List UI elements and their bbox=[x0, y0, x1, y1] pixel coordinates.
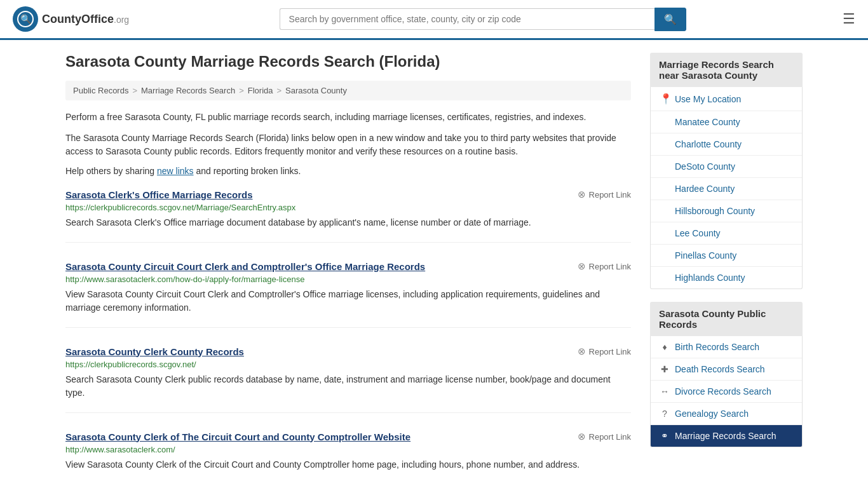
result-description: Search Sarasota Clerk's Office marriage … bbox=[65, 216, 631, 229]
breadcrumb-current: Sarasota County bbox=[285, 86, 347, 95]
page-title: Sarasota County Marriage Records Search … bbox=[65, 53, 631, 71]
help-text: Help others by sharing new links and rep… bbox=[65, 166, 631, 176]
sidebar: Marriage Records Search near Sarasota Co… bbox=[650, 53, 803, 488]
result-description: View Sarasota County Clerk of the Circui… bbox=[65, 458, 631, 471]
result-description: Search Sarasota County Clerk public reco… bbox=[65, 373, 631, 400]
nearby-section: Marriage Records Search near Sarasota Co… bbox=[650, 53, 803, 289]
search-input[interactable] bbox=[280, 8, 654, 30]
result-title[interactable]: Sarasota County Circuit Court Clerk and … bbox=[65, 261, 425, 272]
report-icon: ⊗ bbox=[578, 346, 586, 357]
genealogy-item[interactable]: ? Genealogy Search bbox=[651, 403, 802, 425]
results-list: Sarasota Clerk's Office Marriage Records… bbox=[65, 189, 631, 484]
birth-records-link[interactable]: Birth Records Search bbox=[675, 342, 759, 352]
result-title[interactable]: Sarasota County Clerk of The Circuit Cou… bbox=[65, 431, 410, 442]
site-header: 🔍 CountyOffice.org 🔍 ☰ bbox=[0, 0, 868, 40]
marriage-icon: ⚭ bbox=[660, 431, 670, 441]
report-icon: ⊗ bbox=[578, 261, 586, 272]
main-content: Sarasota County Marriage Records Search … bbox=[65, 53, 631, 488]
sidebar-item-highlands[interactable]: Highlands County bbox=[651, 267, 802, 288]
pinellas-county-link[interactable]: Pinellas County bbox=[675, 250, 736, 261]
menu-button[interactable]: ☰ bbox=[843, 11, 855, 27]
result-title[interactable]: Sarasota County Clerk County Records bbox=[65, 346, 244, 357]
sidebar-item-pinellas[interactable]: Pinellas County bbox=[651, 245, 802, 267]
death-records-item[interactable]: ✚ Death Records Search bbox=[651, 358, 802, 381]
description-2: The Sarasota County Marriage Records Sea… bbox=[65, 132, 631, 158]
genealogy-link[interactable]: Genealogy Search bbox=[675, 409, 749, 419]
highlands-county-link[interactable]: Highlands County bbox=[675, 273, 745, 283]
manatee-county-link[interactable]: Manatee County bbox=[675, 117, 740, 127]
sidebar-item-desoto[interactable]: DeSoto County bbox=[651, 156, 802, 178]
lee-county-link[interactable]: Lee County bbox=[675, 228, 721, 238]
result-title[interactable]: Sarasota Clerk's Office Marriage Records bbox=[65, 189, 253, 200]
hardee-county-link[interactable]: Hardee County bbox=[675, 184, 735, 194]
new-links[interactable]: new links bbox=[157, 166, 194, 176]
use-my-location-link[interactable]: Use My Location bbox=[675, 94, 741, 104]
public-records-section: Sarasota County Public Records ♦ Birth R… bbox=[650, 302, 803, 447]
death-icon: ✚ bbox=[660, 364, 670, 374]
logo-area: 🔍 CountyOffice.org bbox=[13, 6, 129, 32]
public-records-list: ♦ Birth Records Search ✚ Death Records S… bbox=[650, 336, 803, 447]
breadcrumb-florida[interactable]: Florida bbox=[248, 86, 273, 95]
death-records-link[interactable]: Death Records Search bbox=[675, 364, 765, 374]
nearby-list: 📍 Use My Location Manatee County Charlot… bbox=[650, 87, 803, 289]
nearby-heading: Marriage Records Search near Sarasota Co… bbox=[650, 53, 803, 87]
public-records-heading: Sarasota County Public Records bbox=[650, 302, 803, 336]
location-icon: 📍 bbox=[660, 93, 670, 105]
marriage-records-item[interactable]: ⚭ Marriage Records Search bbox=[651, 425, 802, 447]
breadcrumb: Public Records > Marriage Records Search… bbox=[65, 81, 631, 100]
divorce-records-link[interactable]: Divorce Records Search bbox=[675, 386, 771, 396]
report-icon: ⊗ bbox=[578, 189, 586, 200]
birth-records-item[interactable]: ♦ Birth Records Search bbox=[651, 336, 802, 358]
report-link[interactable]: ⊗ Report Link bbox=[578, 346, 631, 357]
result-item: Sarasota Clerk's Office Marriage Records… bbox=[65, 189, 631, 243]
sidebar-item-manatee[interactable]: Manatee County bbox=[651, 111, 802, 133]
report-link[interactable]: ⊗ Report Link bbox=[578, 261, 631, 272]
result-url: http://www.sarasotaclerk.com/ bbox=[65, 445, 631, 454]
hillsborough-county-link[interactable]: Hillsborough County bbox=[675, 206, 755, 216]
sidebar-item-charlotte[interactable]: Charlotte County bbox=[651, 133, 802, 156]
use-my-location-item[interactable]: 📍 Use My Location bbox=[651, 87, 802, 111]
report-link[interactable]: ⊗ Report Link bbox=[578, 431, 631, 442]
result-description: View Sarasota County Circuit Court Clerk… bbox=[65, 288, 631, 315]
breadcrumb-marriage-records[interactable]: Marriage Records Search bbox=[141, 86, 235, 95]
page-container: Sarasota County Marriage Records Search … bbox=[53, 40, 815, 488]
search-area: 🔍 bbox=[280, 8, 686, 31]
result-item: Sarasota County Clerk County Records ⊗ R… bbox=[65, 346, 631, 413]
sidebar-item-lee[interactable]: Lee County bbox=[651, 222, 802, 245]
result-url: http://www.sarasotaclerk.com/how-do-i/ap… bbox=[65, 274, 631, 284]
genealogy-icon: ? bbox=[660, 409, 670, 419]
svg-text:🔍: 🔍 bbox=[20, 14, 32, 25]
sidebar-item-hardee[interactable]: Hardee County bbox=[651, 178, 802, 200]
divorce-records-item[interactable]: ↔ Divorce Records Search bbox=[651, 381, 802, 403]
sidebar-item-hillsborough[interactable]: Hillsborough County bbox=[651, 200, 802, 222]
breadcrumb-public-records[interactable]: Public Records bbox=[73, 86, 128, 95]
charlotte-county-link[interactable]: Charlotte County bbox=[675, 139, 742, 149]
logo-text: CountyOffice.org bbox=[42, 13, 129, 26]
birth-icon: ♦ bbox=[660, 342, 670, 352]
search-button[interactable]: 🔍 bbox=[654, 8, 686, 31]
result-url: https://clerkpublicrecords.scgov.net/ bbox=[65, 360, 631, 369]
description-1: Perform a free Sarasota County, FL publi… bbox=[65, 111, 631, 124]
result-item: Sarasota County Circuit Court Clerk and … bbox=[65, 261, 631, 328]
report-link[interactable]: ⊗ Report Link bbox=[578, 189, 631, 200]
marriage-records-link[interactable]: Marriage Records Search bbox=[675, 431, 776, 441]
report-icon: ⊗ bbox=[578, 431, 586, 442]
divorce-icon: ↔ bbox=[660, 386, 670, 396]
result-item: Sarasota County Clerk of The Circuit Cou… bbox=[65, 431, 631, 484]
logo-icon: 🔍 bbox=[13, 6, 38, 32]
desoto-county-link[interactable]: DeSoto County bbox=[675, 161, 735, 172]
result-url: https://clerkpublicrecords.scgov.net/Mar… bbox=[65, 203, 631, 212]
